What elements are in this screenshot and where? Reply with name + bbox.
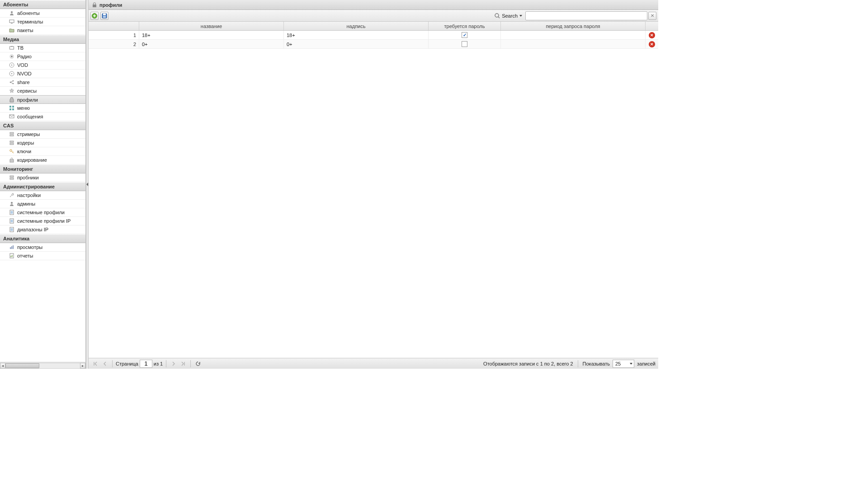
page-icon: [8, 226, 15, 233]
x-icon: ✕: [650, 42, 654, 47]
sidebar-item[interactable]: просмотры: [0, 243, 85, 252]
col-number[interactable]: [89, 22, 139, 30]
sidebar-item[interactable]: сообщения: [0, 113, 85, 121]
scroll-right-button[interactable]: ▸: [80, 363, 85, 369]
cell-caption[interactable]: 18+: [284, 31, 429, 39]
sidebar-item-label: терминалы: [17, 19, 84, 24]
nav-group-header[interactable]: Аналитика: [0, 234, 85, 243]
sidebar-item[interactable]: Радио: [0, 52, 85, 61]
search-dropdown-button[interactable]: Search: [492, 12, 524, 19]
sidebar-item[interactable]: отчеты: [0, 252, 85, 260]
cell-password-required[interactable]: [429, 31, 501, 39]
sidebar-item[interactable]: терминалы: [0, 18, 85, 26]
cell-name[interactable]: 18+: [139, 31, 284, 39]
sidebar-item[interactable]: кодирование: [0, 156, 85, 164]
nav-group-header[interactable]: Администрирование: [0, 182, 85, 191]
svg-rect-47: [103, 14, 106, 15]
sidebar-item[interactable]: абоненты: [0, 9, 85, 18]
table-row[interactable]: 20+0+✕: [89, 40, 658, 49]
sidebar-item[interactable]: ТВ: [0, 44, 85, 52]
svg-line-50: [498, 17, 500, 18]
sidebar-item[interactable]: системные профили: [0, 208, 85, 217]
sidebar-item[interactable]: меню: [0, 104, 85, 113]
cell-password-period[interactable]: [501, 40, 646, 48]
sidebar-item-label: пакеты: [17, 28, 84, 33]
scroll-track[interactable]: [5, 363, 80, 369]
search-input[interactable]: [525, 11, 647, 20]
sidebar-item-label: системные профили: [17, 210, 84, 215]
sidebar-item[interactable]: админы: [0, 200, 85, 208]
sidebar-item-label: отчеты: [17, 253, 84, 258]
sidebar-item[interactable]: стримеры: [0, 130, 85, 139]
cell-password-period[interactable]: [501, 31, 646, 39]
cell-caption[interactable]: 0+: [284, 40, 429, 48]
nav-group-header[interactable]: Медиа: [0, 35, 85, 44]
cell-name[interactable]: 0+: [139, 40, 284, 48]
sidebar-collapse-handle[interactable]: [86, 0, 89, 369]
sidebar-item[interactable]: системные профили IP: [0, 217, 85, 225]
page-size-select[interactable]: 25: [613, 360, 634, 368]
col-caption[interactable]: надпись: [284, 22, 429, 30]
delete-button[interactable]: ✕: [649, 41, 655, 47]
sidebar-item-label: админы: [17, 201, 84, 206]
save-button[interactable]: [100, 12, 108, 20]
search-clear-button[interactable]: ✕: [648, 12, 656, 20]
cell-number: 1: [89, 31, 139, 39]
sidebar-item[interactable]: share: [0, 78, 85, 87]
nav-group-header[interactable]: CAS: [0, 121, 85, 130]
sidebar-hscrollbar[interactable]: ◂ ▸: [0, 362, 85, 369]
col-name[interactable]: название: [139, 22, 284, 30]
sidebar-item[interactable]: сервисы: [0, 87, 85, 95]
col-password-required[interactable]: требуется пароль: [429, 22, 501, 30]
sidebar-item-label: пробники: [17, 175, 84, 180]
checkbox[interactable]: [462, 32, 467, 38]
nav-group-header[interactable]: Абоненты: [0, 0, 85, 9]
last-page-button[interactable]: [179, 360, 187, 368]
svg-point-4: [11, 56, 13, 57]
page-icon: [8, 209, 15, 216]
prev-page-button[interactable]: [101, 360, 109, 368]
cell-password-required[interactable]: [429, 40, 501, 48]
sidebar-item-label: системные профили IP: [17, 218, 84, 224]
chart-icon: [8, 244, 15, 251]
svg-rect-2: [11, 23, 13, 23]
sidebar-item[interactable]: пробники: [0, 174, 85, 182]
sidebar-item[interactable]: NVOD: [0, 70, 85, 78]
grid-header: название надпись требуется пароль период…: [89, 22, 658, 31]
display-info: Отображаются записи с 1 по 2, всего 2: [483, 361, 573, 366]
first-page-button[interactable]: [91, 360, 99, 368]
sidebar-item[interactable]: профили: [0, 95, 85, 104]
sidebar-item[interactable]: пакеты: [0, 26, 85, 35]
panel-header: профили: [89, 0, 658, 10]
svg-rect-23: [10, 160, 14, 162]
refresh-button[interactable]: [194, 360, 202, 368]
last-page-icon: [180, 361, 186, 366]
page-of-label: из 1: [154, 361, 163, 366]
table-row[interactable]: 118+18+✕: [89, 31, 658, 40]
page-input[interactable]: [140, 360, 152, 368]
sidebar-item[interactable]: кодеры: [0, 139, 85, 147]
svg-rect-18: [10, 132, 14, 134]
sidebar-item[interactable]: настройки: [0, 191, 85, 200]
cell-number: 2: [89, 40, 139, 48]
add-button[interactable]: [90, 12, 99, 20]
sidebar-item[interactable]: ключи: [0, 147, 85, 156]
svg-rect-13: [9, 106, 11, 108]
svg-point-7: [11, 65, 12, 66]
sidebar-item-label: просмотры: [17, 244, 84, 250]
delete-button[interactable]: ✕: [649, 32, 655, 38]
svg-rect-43: [11, 256, 12, 257]
next-page-button[interactable]: [170, 360, 178, 368]
sidebar-item[interactable]: VOD: [0, 61, 85, 70]
nav-group-header[interactable]: Мониторинг: [0, 164, 85, 174]
scroll-left-button[interactable]: ◂: [0, 363, 5, 369]
page-size-value: 25: [615, 361, 621, 366]
col-password-period[interactable]: период запроса пароля: [501, 22, 646, 30]
floppy-icon: [102, 13, 107, 19]
paging-toolbar: Страница из 1 Отображаются записи с 1 по…: [89, 358, 658, 369]
main-panel: профили Search ✕: [89, 0, 658, 369]
tv-icon: [8, 44, 15, 52]
sidebar-item[interactable]: диапазоны IP: [0, 225, 85, 234]
scroll-thumb[interactable]: [5, 363, 39, 368]
checkbox[interactable]: [462, 41, 467, 47]
